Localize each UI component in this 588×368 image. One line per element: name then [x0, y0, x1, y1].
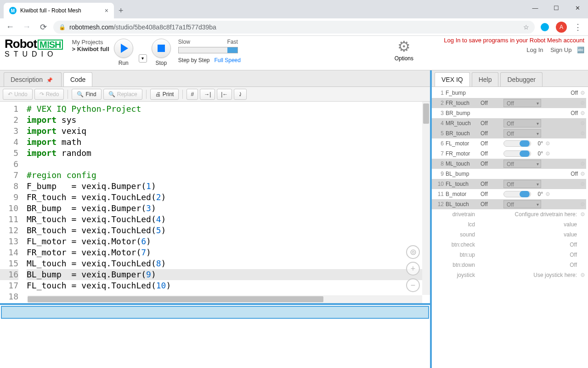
- device-dropdown[interactable]: Off: [503, 160, 541, 168]
- device-slider[interactable]: [503, 150, 531, 157]
- console-input[interactable]: [1, 306, 429, 319]
- zoom-in-icon[interactable]: +: [406, 262, 420, 276]
- run-button[interactable]: Run: [109, 36, 138, 66]
- fullspeed-link[interactable]: Full Speed: [215, 57, 241, 63]
- device-gear-icon[interactable]: ⚙: [544, 150, 551, 157]
- translate-icon[interactable]: 🔤: [577, 46, 584, 53]
- device-row: 6FL_motorOff0°⚙: [432, 138, 586, 149]
- device-table: 1F_bumpOff⚙2FR_touchOffOff⚙3BR_bumpOff⚙4…: [432, 87, 588, 280]
- right-panel: VEX IQ Help Debugger 1F_bumpOff⚙2FR_touc…: [432, 70, 588, 368]
- vertical-scrollbar[interactable]: [422, 102, 430, 295]
- editor-tabs: Description 📌 Code: [0, 70, 430, 87]
- device-dropdown[interactable]: Off: [503, 119, 541, 127]
- device-gear-icon[interactable]: ⚙: [579, 110, 586, 116]
- locate-icon[interactable]: ⊚: [406, 245, 420, 259]
- device-gear-icon[interactable]: ⚙: [579, 90, 586, 96]
- device-dropdown[interactable]: Off: [503, 99, 541, 107]
- step-link[interactable]: Step by Step: [178, 57, 210, 63]
- horizontal-scrollbar[interactable]: [28, 295, 422, 303]
- tab-code[interactable]: Code: [63, 72, 92, 86]
- close-window-icon[interactable]: ✕: [567, 5, 588, 12]
- maximize-icon[interactable]: ☐: [546, 5, 567, 12]
- stop-icon: [158, 45, 165, 52]
- breadcrumb-parent[interactable]: My Projects: [72, 39, 109, 46]
- device-dropdown[interactable]: Off: [503, 200, 541, 208]
- forward-button[interactable]: →: [20, 21, 33, 34]
- reload-button[interactable]: ⟳: [37, 21, 50, 34]
- browser-chrome: M Kiwibot full - Robot Mesh × + — ☐ ✕ ← …: [0, 0, 588, 36]
- zoom-out-icon[interactable]: −: [406, 278, 420, 292]
- device-row: 10FL_touchOffOff⚙: [432, 179, 586, 189]
- speed-slider[interactable]: [178, 47, 238, 53]
- tab-debugger[interactable]: Debugger: [500, 72, 543, 86]
- extension-icon[interactable]: [538, 21, 551, 34]
- tab-vexiq[interactable]: VEX IQ: [435, 72, 470, 86]
- lock-icon: 🔒: [59, 24, 66, 30]
- device-gear-icon[interactable]: ⚙: [579, 100, 586, 106]
- login-link[interactable]: Log In: [526, 46, 543, 53]
- device-gear-icon[interactable]: ⚙: [544, 140, 551, 147]
- play-icon: [121, 44, 128, 53]
- replace-button[interactable]: 🔍 Replace: [103, 89, 142, 100]
- gear-icon: ⚙: [395, 38, 413, 55]
- device-row: 8ML_touchOffOff⚙: [432, 159, 586, 169]
- tab-help[interactable]: Help: [472, 72, 499, 86]
- address-bar[interactable]: 🔒 robotmesh.com/studio/5be408a8c8f17a1f5…: [53, 21, 535, 34]
- outdent-button[interactable]: |←: [217, 89, 232, 100]
- profile-avatar[interactable]: A: [555, 21, 568, 34]
- signup-link[interactable]: Sign Up: [550, 46, 571, 53]
- breadcrumb: My Projects > Kiwibot full: [68, 36, 109, 52]
- device-dropdown[interactable]: Off: [503, 129, 541, 138]
- app-toolbar: RobotM⁞SH STUDIO My Projects > Kiwibot f…: [0, 36, 588, 70]
- redo-button[interactable]: ↷ Redo: [34, 89, 64, 100]
- breadcrumb-current: > Kiwibot full: [72, 46, 109, 52]
- speed-control: SlowFast Step by Step Full Speed: [175, 36, 245, 63]
- editor-toolbar: ↶ Undo ↷ Redo 🔍 Find 🔍 Replace 🖨 Print #…: [0, 87, 430, 102]
- options-button[interactable]: ⚙ Options: [390, 36, 418, 62]
- device-row: 9BL_bumpOff⚙: [432, 169, 586, 179]
- login-warning: Log In to save programs in your Robot Me…: [444, 37, 584, 44]
- hash-button[interactable]: #: [187, 89, 198, 100]
- stop-button[interactable]: Stop: [147, 36, 175, 66]
- menu-icon[interactable]: ⋮: [571, 21, 584, 34]
- window-controls: — ☐ ✕: [525, 4, 588, 18]
- find-button[interactable]: 🔍 Find: [72, 89, 101, 100]
- device-row: 4MR_touchOffOff⚙: [432, 118, 586, 128]
- gear-icon[interactable]: ⚙: [579, 211, 586, 218]
- device-row: 11B_motorOff0°⚙: [432, 189, 586, 199]
- undo-button[interactable]: ↶ Undo: [3, 89, 33, 100]
- logo: RobotM⁞SH STUDIO: [0, 36, 68, 58]
- format-button[interactable]: ⤸: [234, 89, 247, 100]
- device-gear-icon[interactable]: ⚙: [579, 120, 586, 126]
- device-gear-icon[interactable]: ⚙: [579, 181, 586, 187]
- device-gear-icon[interactable]: ⚙: [579, 201, 586, 207]
- device-row: 5BR_touchOffOff⚙: [432, 128, 586, 138]
- new-tab-button[interactable]: +: [114, 3, 128, 18]
- browser-tab[interactable]: M Kiwibot full - Robot Mesh ×: [4, 3, 114, 18]
- device-dropdown[interactable]: Off: [503, 180, 541, 188]
- close-tab-icon[interactable]: ×: [105, 7, 108, 14]
- star-icon[interactable]: ☆: [523, 23, 529, 31]
- indent-button[interactable]: →|: [200, 89, 215, 100]
- pin-icon: 📌: [45, 77, 55, 83]
- device-row: 1F_bumpOff⚙: [432, 88, 586, 98]
- code-editor[interactable]: 123456789101112131415161718 # VEX IQ Pyt…: [0, 102, 430, 303]
- tab-title: Kiwibot full - Robot Mesh: [20, 7, 81, 14]
- device-row: 3BR_bumpOff⚙: [432, 108, 586, 118]
- device-row: 7FR_motorOff0°⚙: [432, 149, 586, 159]
- device-slider[interactable]: [503, 191, 531, 197]
- device-gear-icon[interactable]: ⚙: [579, 161, 586, 167]
- gear-icon[interactable]: ⚙: [579, 272, 586, 278]
- device-row: 12BL_touchOffOff⚙: [432, 199, 586, 209]
- device-slider[interactable]: [503, 140, 531, 147]
- favicon: M: [9, 7, 17, 14]
- back-button[interactable]: ←: [4, 21, 17, 34]
- console: [0, 303, 430, 368]
- print-button[interactable]: 🖨 Print: [150, 89, 179, 100]
- minimize-icon[interactable]: —: [525, 5, 546, 12]
- device-gear-icon[interactable]: ⚙: [579, 171, 586, 177]
- device-gear-icon[interactable]: ⚙: [544, 191, 551, 197]
- run-dropdown[interactable]: ▾: [139, 54, 147, 63]
- device-gear-icon[interactable]: ⚙: [579, 130, 586, 137]
- tab-description[interactable]: Description 📌: [4, 72, 62, 86]
